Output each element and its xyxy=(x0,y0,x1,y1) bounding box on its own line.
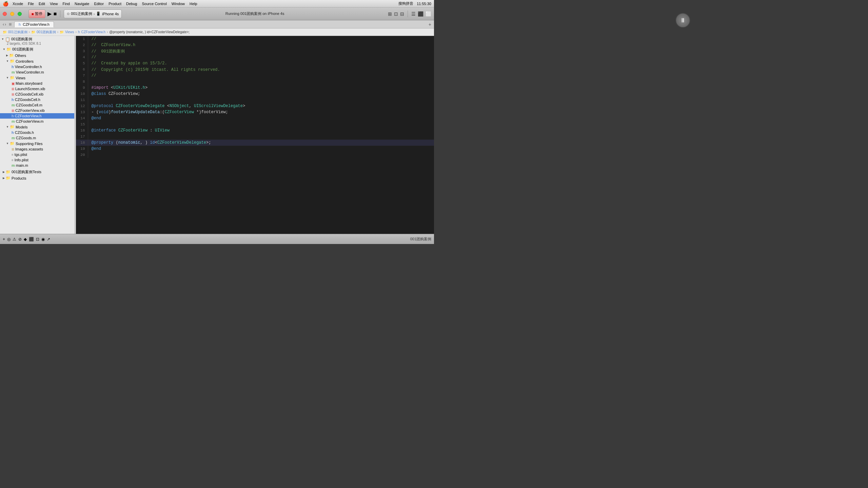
menu-find[interactable]: Find xyxy=(63,2,70,6)
code-content-17[interactable] xyxy=(88,134,434,140)
utilities-btn[interactable]: ⬜ xyxy=(426,11,431,17)
breadcrumb-part1[interactable]: 001团购案例 xyxy=(37,30,56,35)
sidebar-main-m[interactable]: m main.m xyxy=(0,163,74,168)
sidebar-czgoodscell-xib[interactable]: ⊞ CZGoodsCell.xib xyxy=(0,92,74,97)
code-content-9[interactable]: #import <UIKit/UIKit.h> xyxy=(88,85,434,91)
add-file-btn[interactable]: + xyxy=(3,237,5,242)
sidebar-czfooterview-xib[interactable]: ⊞ CZFooterView.xib xyxy=(0,108,74,113)
sidebar-item-others[interactable]: ▶ 📁 Others xyxy=(0,53,74,58)
scheme-name: 001迁购案例 xyxy=(71,11,92,16)
sidebar-czgoodscell-h[interactable]: h CZGoodsCell.h xyxy=(0,97,74,102)
editor-version-btn[interactable]: ⊟ xyxy=(400,11,404,17)
window-minimize-btn[interactable] xyxy=(10,12,14,16)
code-content-10[interactable]: @class CZFooterView; xyxy=(88,91,434,97)
menu-file[interactable]: File xyxy=(28,2,34,6)
sidebar-czgoods-m[interactable]: m CZGoods.m xyxy=(0,135,74,141)
loc-btn[interactable]: ◉ xyxy=(41,237,45,242)
sidebar-xcassets-label: Images.xcassets xyxy=(15,147,43,151)
code-content-8[interactable] xyxy=(88,79,434,85)
clock: 11:55:30 xyxy=(417,2,431,6)
code-content-2[interactable]: // CZFooterView.h xyxy=(88,42,434,48)
sidebar-viewcontroller-h[interactable]: h ViewController.h xyxy=(0,64,74,69)
stop-btn2[interactable]: ■ xyxy=(54,11,57,17)
viewcontroller-h-icon: h xyxy=(12,65,14,69)
menu-xcode[interactable]: Xcode xyxy=(13,2,23,6)
sidebar-tests-group[interactable]: ▶ 📁 001团购案例Tests xyxy=(0,169,74,175)
breadcrumb-part3[interactable]: CZFooterView.h xyxy=(81,30,105,34)
menu-debug[interactable]: Debug xyxy=(126,2,137,6)
code-content-13[interactable]: - (void)footerViewUpdateData:(CZFooterVi… xyxy=(88,109,434,115)
sidebar-czfooterview-h[interactable]: h CZFooterView.h xyxy=(0,113,74,119)
code-content-19[interactable]: @end xyxy=(88,146,434,152)
sidebar-info-plist[interactable]: ≡ Info.plist xyxy=(0,157,74,163)
thread-btn[interactable]: ⊡ xyxy=(36,237,39,242)
code-content-6[interactable]: // Copyright (c) 2015年 itcast. All right… xyxy=(88,66,434,73)
debug-nav-btn[interactable]: ⬛ xyxy=(29,237,34,242)
scheme-selector[interactable]: ⊙ 001迁购案例 › 📱 iPhone 4s xyxy=(64,9,122,18)
share-btn[interactable]: ↗ xyxy=(47,237,50,242)
navigator-btn[interactable]: ☰ xyxy=(411,11,416,17)
code-content-14[interactable]: @end xyxy=(88,115,434,121)
sidebar-czgoods-h[interactable]: h CZGoods.h xyxy=(0,130,74,135)
others-icon: 📁 xyxy=(9,53,14,58)
code-content-5[interactable]: // Created by apple on 15/3/2. xyxy=(88,60,434,66)
debug-btn[interactable]: ⬛ xyxy=(418,11,423,17)
window-fullscreen-btn[interactable] xyxy=(18,12,22,16)
menu-window[interactable]: Window xyxy=(172,2,185,6)
active-tab[interactable]: h CZFooterView.h xyxy=(14,21,54,27)
sidebar-viewcontroller-m[interactable]: m ViewController.m xyxy=(0,69,74,75)
code-line-19: 19 @end xyxy=(76,146,434,152)
error-btn[interactable]: ⊘ xyxy=(18,237,22,242)
apple-menu[interactable]: 🍎 xyxy=(3,1,8,6)
code-content-4[interactable]: // xyxy=(88,54,434,60)
code-content-1[interactable]: // xyxy=(88,36,434,42)
sidebar-images-xcassets[interactable]: ⊠ Images.xcassets xyxy=(0,146,74,152)
code-content-20[interactable] xyxy=(88,152,434,158)
code-editor[interactable]: 1 // 2 // CZFooterView.h 3 // 001团购案例 4 … xyxy=(76,36,434,234)
sidebar-group-main[interactable]: ▼ 📁 001团购案例 xyxy=(0,46,74,53)
back-arrow[interactable]: ‹ xyxy=(3,22,4,27)
code-line-5: 5 // Created by apple on 15/3/2. xyxy=(76,60,434,66)
breadcrumb-part0[interactable]: 001迁购案例 xyxy=(8,30,27,35)
menu-editor[interactable]: Editor xyxy=(94,2,104,6)
window-close-btn[interactable] xyxy=(3,12,7,16)
stop-button[interactable]: ■ 暂停 xyxy=(28,9,45,18)
sidebar-products-group[interactable]: ▶ 📁 Products xyxy=(0,175,74,181)
sidebar-launchscreen-xib[interactable]: ⊞ LaunchScreen.xib xyxy=(0,86,74,92)
czgoodscell-xib-icon: ⊞ xyxy=(12,93,14,96)
menu-help[interactable]: Help xyxy=(190,2,197,6)
code-content-16[interactable]: @interface CZFooterView : UIView xyxy=(88,127,434,134)
warning-btn[interactable]: ⚠ xyxy=(13,237,16,242)
menu-navigate[interactable]: Navigate xyxy=(75,2,89,6)
run-button[interactable]: ▶ xyxy=(47,11,52,17)
sidebar-products-label: Products xyxy=(12,176,26,180)
code-content-18[interactable]: @property (nonatomic, ) id<CZFooterViewD… xyxy=(88,140,434,146)
menu-source-control[interactable]: Source Control xyxy=(142,2,166,6)
code-content-7[interactable]: // xyxy=(88,73,434,79)
menu-product[interactable]: Product xyxy=(108,2,121,6)
test-btn[interactable]: ◆ xyxy=(24,237,27,242)
sidebar-czgoodscell-m[interactable]: m CZGoodsCell.m xyxy=(0,102,74,108)
code-content-15[interactable] xyxy=(88,121,434,127)
breadcrumb-part4[interactable]: @property (nonatomic, ) id<CZFooterViewD… xyxy=(109,30,190,34)
editor-standard-btn[interactable]: ⊞ xyxy=(388,11,392,17)
sidebar-item-controllers[interactable]: ▼ 📁 Controllers xyxy=(0,58,74,64)
code-content-11[interactable] xyxy=(88,97,434,103)
code-content-3[interactable]: // 001团购案例 xyxy=(88,48,434,54)
sidebar-item-models[interactable]: ▼ 📁 Models xyxy=(0,124,74,130)
code-line-11: 11 xyxy=(76,97,434,103)
sidebar-czgoods-h-label: CZGoods.h xyxy=(15,130,34,135)
sidebar-item-supporting[interactable]: ▼ 📁 Supporting Files xyxy=(0,141,74,146)
menu-edit[interactable]: Edit xyxy=(39,2,45,6)
editor-assistant-btn[interactable]: ⊡ xyxy=(394,11,398,17)
add-tab-btn[interactable]: + xyxy=(429,22,431,27)
sidebar-item-views[interactable]: ▼ 📁 Views xyxy=(0,75,74,81)
sidebar-main-storyboard[interactable]: ▣ Main.storyboard xyxy=(0,81,74,86)
sidebar-tgs-plist[interactable]: ≡ tgs.plist xyxy=(0,152,74,157)
forward-arrow[interactable]: › xyxy=(5,22,6,27)
sidebar-czfooterview-m[interactable]: m CZFooterView.m xyxy=(0,119,74,124)
code-content-12[interactable]: @protocol CZFooterViewDelegate <NSObject… xyxy=(88,103,434,109)
breadcrumb-part2[interactable]: Views xyxy=(65,30,74,34)
menu-view[interactable]: View xyxy=(50,2,58,6)
filter-btn[interactable]: ◎ xyxy=(7,237,11,242)
